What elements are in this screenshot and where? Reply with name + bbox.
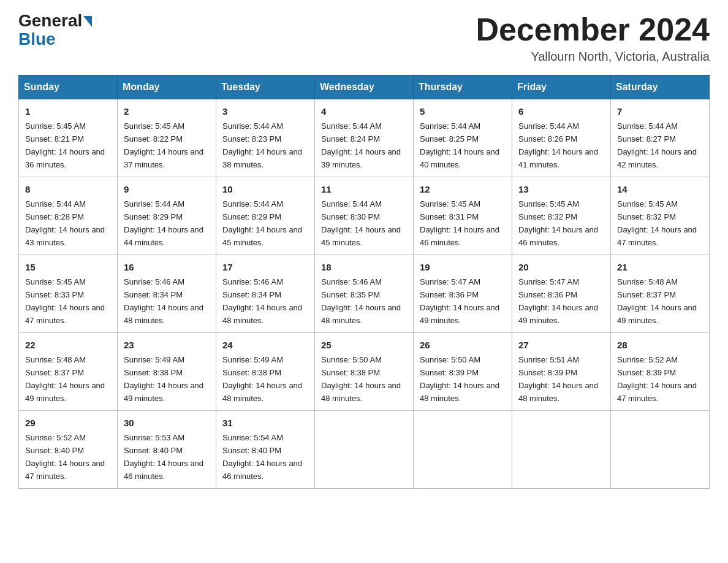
day-number: 16 [124,260,210,274]
header-friday: Friday [512,75,611,99]
day-info: Sunrise: 5:52 AMSunset: 8:40 PMDaylight:… [25,433,105,481]
day-number: 1 [25,104,111,118]
day-number: 13 [518,182,604,196]
table-row: 31Sunrise: 5:54 AMSunset: 8:40 PMDayligh… [216,410,315,488]
day-number: 17 [222,260,308,274]
table-row [414,410,512,488]
table-row: 14Sunrise: 5:45 AMSunset: 8:32 PMDayligh… [611,177,710,255]
day-info: Sunrise: 5:45 AMSunset: 8:22 PMDaylight:… [124,121,203,169]
day-number: 27 [518,338,604,352]
page-header: General Blue December 2024 Yallourn Nort… [18,12,710,64]
table-row: 20Sunrise: 5:47 AMSunset: 8:36 PMDayligh… [512,255,611,333]
day-info: Sunrise: 5:44 AMSunset: 8:29 PMDaylight:… [124,199,203,247]
table-row: 19Sunrise: 5:47 AMSunset: 8:36 PMDayligh… [414,255,512,333]
day-info: Sunrise: 5:54 AMSunset: 8:40 PMDaylight:… [222,433,302,481]
header-thursday: Thursday [414,75,512,99]
day-info: Sunrise: 5:46 AMSunset: 8:35 PMDaylight:… [321,277,401,325]
day-info: Sunrise: 5:44 AMSunset: 8:28 PMDaylight:… [25,199,105,247]
table-row [512,410,611,488]
day-info: Sunrise: 5:49 AMSunset: 8:38 PMDaylight:… [222,355,302,403]
day-number: 12 [420,182,506,196]
table-row: 5Sunrise: 5:44 AMSunset: 8:25 PMDaylight… [414,99,512,177]
table-row: 30Sunrise: 5:53 AMSunset: 8:40 PMDayligh… [118,410,216,488]
day-number: 15 [25,260,111,274]
table-row: 16Sunrise: 5:46 AMSunset: 8:34 PMDayligh… [118,255,216,333]
day-number: 28 [617,338,703,352]
table-row: 3Sunrise: 5:44 AMSunset: 8:23 PMDaylight… [216,99,315,177]
day-number: 4 [321,104,407,118]
page-subtitle: Yallourn North, Victoria, Australia [476,50,710,64]
day-number: 18 [321,260,407,274]
table-row: 17Sunrise: 5:46 AMSunset: 8:34 PMDayligh… [216,255,315,333]
day-info: Sunrise: 5:44 AMSunset: 8:25 PMDaylight:… [420,121,499,169]
table-row: 6Sunrise: 5:44 AMSunset: 8:26 PMDaylight… [512,99,611,177]
logo-blue-text: Blue [18,29,56,49]
logo: General Blue [18,12,92,49]
day-number: 8 [25,182,111,196]
days-header-row: SundayMondayTuesdayWednesdayThursdayFrid… [19,75,710,99]
table-row: 11Sunrise: 5:44 AMSunset: 8:30 PMDayligh… [315,177,414,255]
week-row-0: 1Sunrise: 5:45 AMSunset: 8:21 PMDaylight… [19,99,710,177]
day-info: Sunrise: 5:44 AMSunset: 8:23 PMDaylight:… [222,121,302,169]
day-info: Sunrise: 5:44 AMSunset: 8:29 PMDaylight:… [222,199,302,247]
logo-arrow-icon [83,16,92,27]
day-number: 19 [420,260,506,274]
day-number: 26 [420,338,506,352]
day-info: Sunrise: 5:45 AMSunset: 8:21 PMDaylight:… [25,121,105,169]
table-row: 7Sunrise: 5:44 AMSunset: 8:27 PMDaylight… [611,99,710,177]
day-info: Sunrise: 5:45 AMSunset: 8:33 PMDaylight:… [25,277,105,325]
day-number: 20 [518,260,604,274]
day-number: 7 [617,104,703,118]
calendar-header: SundayMondayTuesdayWednesdayThursdayFrid… [19,75,710,99]
table-row: 28Sunrise: 5:52 AMSunset: 8:39 PMDayligh… [611,333,710,411]
table-row: 23Sunrise: 5:49 AMSunset: 8:38 PMDayligh… [118,333,216,411]
day-info: Sunrise: 5:46 AMSunset: 8:34 PMDaylight:… [124,277,203,325]
day-info: Sunrise: 5:50 AMSunset: 8:39 PMDaylight:… [420,355,499,403]
day-info: Sunrise: 5:46 AMSunset: 8:34 PMDaylight:… [222,277,302,325]
table-row: 8Sunrise: 5:44 AMSunset: 8:28 PMDaylight… [19,177,118,255]
day-info: Sunrise: 5:48 AMSunset: 8:37 PMDaylight:… [25,355,105,403]
header-monday: Monday [118,75,216,99]
day-number: 10 [222,182,308,196]
header-wednesday: Wednesday [315,75,414,99]
day-info: Sunrise: 5:45 AMSunset: 8:31 PMDaylight:… [420,199,499,247]
header-saturday: Saturday [611,75,710,99]
day-info: Sunrise: 5:44 AMSunset: 8:27 PMDaylight:… [617,121,697,169]
table-row: 10Sunrise: 5:44 AMSunset: 8:29 PMDayligh… [216,177,315,255]
table-row: 25Sunrise: 5:50 AMSunset: 8:38 PMDayligh… [315,333,414,411]
day-number: 31 [222,416,308,430]
week-row-3: 22Sunrise: 5:48 AMSunset: 8:37 PMDayligh… [19,333,710,411]
day-info: Sunrise: 5:44 AMSunset: 8:30 PMDaylight:… [321,199,401,247]
day-number: 24 [222,338,308,352]
day-info: Sunrise: 5:47 AMSunset: 8:36 PMDaylight:… [420,277,499,325]
day-number: 14 [617,182,703,196]
table-row [611,410,710,488]
table-row: 27Sunrise: 5:51 AMSunset: 8:39 PMDayligh… [512,333,611,411]
day-info: Sunrise: 5:53 AMSunset: 8:40 PMDaylight:… [124,433,203,481]
day-info: Sunrise: 5:45 AMSunset: 8:32 PMDaylight:… [617,199,697,247]
table-row [315,410,414,488]
day-number: 23 [124,338,210,352]
table-row: 24Sunrise: 5:49 AMSunset: 8:38 PMDayligh… [216,333,315,411]
day-info: Sunrise: 5:50 AMSunset: 8:38 PMDaylight:… [321,355,401,403]
table-row: 4Sunrise: 5:44 AMSunset: 8:24 PMDaylight… [315,99,414,177]
day-number: 9 [124,182,210,196]
week-row-2: 15Sunrise: 5:45 AMSunset: 8:33 PMDayligh… [19,255,710,333]
table-row: 29Sunrise: 5:52 AMSunset: 8:40 PMDayligh… [19,410,118,488]
week-row-4: 29Sunrise: 5:52 AMSunset: 8:40 PMDayligh… [19,410,710,488]
table-row: 21Sunrise: 5:48 AMSunset: 8:37 PMDayligh… [611,255,710,333]
day-info: Sunrise: 5:52 AMSunset: 8:39 PMDaylight:… [617,355,697,403]
table-row: 22Sunrise: 5:48 AMSunset: 8:37 PMDayligh… [19,333,118,411]
day-number: 25 [321,338,407,352]
header-tuesday: Tuesday [216,75,315,99]
table-row: 1Sunrise: 5:45 AMSunset: 8:21 PMDaylight… [19,99,118,177]
table-row: 18Sunrise: 5:46 AMSunset: 8:35 PMDayligh… [315,255,414,333]
table-row: 2Sunrise: 5:45 AMSunset: 8:22 PMDaylight… [118,99,216,177]
header-sunday: Sunday [19,75,118,99]
day-number: 22 [25,338,111,352]
calendar-table: SundayMondayTuesdayWednesdayThursdayFrid… [18,75,710,489]
day-number: 6 [518,104,604,118]
title-block: December 2024 Yallourn North, Victoria, … [476,12,710,64]
table-row: 13Sunrise: 5:45 AMSunset: 8:32 PMDayligh… [512,177,611,255]
day-info: Sunrise: 5:45 AMSunset: 8:32 PMDaylight:… [518,199,598,247]
